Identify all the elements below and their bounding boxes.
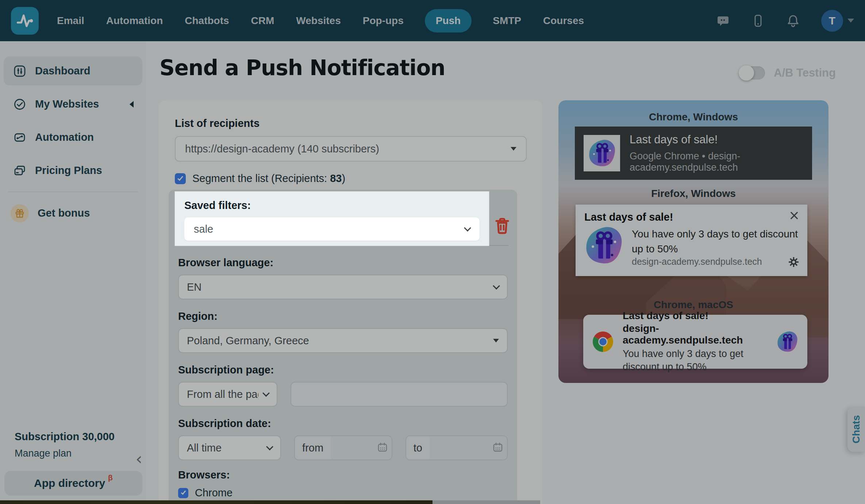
push-form-card: List of recipients https://design-academ… [159,100,543,504]
sidebar-collapse-chevron[interactable]: ‹ [136,449,142,469]
main-nav: Email Automation Chatbots CRM Websites P… [56,9,585,32]
notification-title: Last days of sale! [623,310,767,322]
recipients-label: List of recipients [175,117,527,129]
nav-item-chatbots[interactable]: Chatbots [184,9,230,32]
browser-language-label: Browser language: [178,257,508,269]
preview-notification-chrome-windows: Last days of sale! Google Chrome • desig… [575,127,812,180]
preview-platform-label: Chrome, macOS [558,299,829,311]
calendar-icon[interactable] [492,442,503,454]
chrome-logo-icon [591,330,615,353]
gift-image [584,135,620,171]
subscription-date-label: Subscription date: [178,418,508,430]
notification-domain: design-academy.sendpulse.tech [623,323,767,346]
account-menu[interactable]: T [821,10,854,32]
chevron-down-icon [511,147,516,151]
preview-notification-firefox-windows: Last days of sale! You have only 3 days … [576,205,807,276]
region-select[interactable]: Poland, Germany, Greece [178,328,508,353]
sendpulse-logo[interactable] [11,7,39,35]
nav-item-push-active[interactable]: Push [425,9,472,32]
region-label: Region: [178,310,508,322]
date-to-group: to [405,435,508,460]
top-navbar: Email Automation Chatbots CRM Websites P… [0,0,865,41]
chevron-down-icon [493,282,500,290]
chevron-down-icon [464,224,471,232]
manage-plan-link[interactable]: Manage plan [15,448,115,459]
chevron-down-icon [847,19,854,23]
segment-checkbox[interactable] [175,173,186,184]
recipients-count: 83 [330,172,342,184]
pulse-icon [15,11,34,30]
beta-badge: β [108,473,113,482]
chats-side-tab[interactable]: Chats [847,407,865,452]
app-directory-label: App directory [34,477,105,489]
sidebar-item-label: My Websites [35,98,99,110]
chevron-down-icon [266,443,273,450]
nav-item-smtp[interactable]: SMTP [492,9,522,32]
subscription-page-input[interactable] [291,382,508,407]
nav-item-courses[interactable]: Courses [542,9,585,32]
sidebar-item-get-bonus[interactable]: Get bonus [4,199,142,228]
ab-testing-toggle[interactable] [740,66,765,80]
calendar-icon[interactable] [377,442,388,454]
ab-testing-control: A/B Testing [740,66,836,80]
subscription-page-select[interactable]: From all the pages [178,382,277,407]
dashboard-icon [13,65,26,78]
saved-filters-select[interactable]: sale [184,217,480,241]
chrome-checkbox-label: Chrome [195,487,232,499]
chevron-down-icon [262,389,270,397]
close-icon[interactable] [790,211,799,220]
sidebar-item-label: Dashboard [35,65,90,77]
gift-image [775,330,799,354]
subscription-date-select[interactable]: All time [178,435,281,460]
notification-title: Last days of sale! [584,211,673,223]
nav-item-websites[interactable]: Websites [295,9,341,32]
notifications-bell-icon[interactable] [786,14,800,28]
date-from-label: from [295,436,331,460]
preview-platform-label: Chrome, Windows [558,111,829,123]
notification-title: Last days of sale! [630,133,803,146]
gift-image [582,224,625,267]
saved-filters-highlight-panel: Saved filters: sale [175,191,489,246]
gear-icon[interactable] [789,257,799,267]
date-to-label: to [406,436,430,460]
segment-label: Segment the list (Recipients: 83) [192,172,345,185]
sidebar-item-pricing-plans[interactable]: Pricing Plans [4,156,142,185]
app-directory-button[interactable]: App directory β [4,471,142,496]
automation-icon [13,131,26,144]
sidebar-item-label: Pricing Plans [35,164,102,177]
chat-bubble-icon[interactable] [716,14,730,28]
collapse-left-icon[interactable] [130,101,134,108]
saved-filters-label: Saved filters: [184,199,480,212]
nav-item-email[interactable]: Email [56,9,85,32]
chrome-checkbox[interactable] [178,488,188,498]
recipients-select[interactable]: https://design-academy (140 subscribers) [175,136,527,162]
date-to-input[interactable] [430,436,507,460]
browser-language-select[interactable]: EN [178,275,508,299]
chevron-down-icon [493,339,499,342]
date-from-group: from [294,435,392,460]
sidebar: Dashboard My Websites Automation Pricing… [0,41,146,504]
mobile-app-icon[interactable] [751,14,765,28]
saved-filters-value: sale [194,223,213,235]
subscription-info: Subscription 30,000 [15,431,115,443]
sidebar-item-dashboard[interactable]: Dashboard [4,57,142,85]
notification-domain: design-academy.sendpulse.tech [632,256,762,267]
browser-language-value: EN [187,281,201,293]
notification-body: You have only 3 days to get discount up … [623,348,767,373]
sidebar-item-automation[interactable]: Automation [4,123,142,152]
sidebar-divider [8,191,138,192]
gift-icon [11,204,29,222]
bottom-image-strip [0,500,432,504]
sidebar-item-my-websites[interactable]: My Websites [4,90,142,119]
nav-item-popups[interactable]: Pop-ups [362,9,404,32]
delete-filter-button[interactable] [493,217,511,235]
nav-item-automation[interactable]: Automation [105,9,164,32]
sidebar-item-label: Automation [35,131,94,143]
user-avatar[interactable]: T [821,10,843,32]
notification-source: Google Chrome • design-academy.sendpulse… [630,151,803,173]
toggle-knob [739,65,754,81]
push-preview-panel: Chrome, Windows Last days of sale! Googl… [558,100,829,383]
date-from-input[interactable] [331,436,392,460]
nav-item-crm[interactable]: CRM [250,9,275,32]
subscription-page-value: From all the pages [187,388,258,400]
